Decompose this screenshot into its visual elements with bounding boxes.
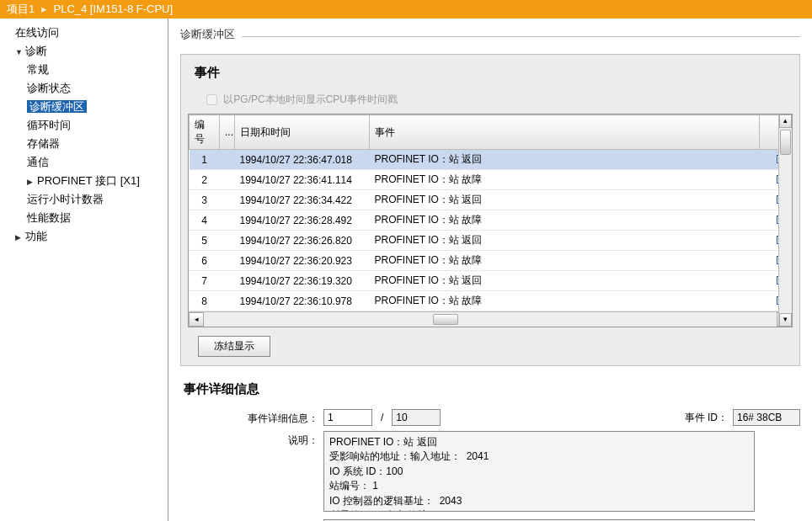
events-panel: 事件 以PG/PC本地时间显示CPU事件时间戳 编号 ... [180,54,800,366]
tree-item-diag-buffer[interactable]: 诊断缓冲区 [0,98,168,116]
table-row[interactable]: 71994/10/27 22:36:19.320PROFINET IO：站 返回 [190,271,792,291]
local-time-checkbox[interactable] [206,94,217,105]
sidebar-tree: 在线访问 诊断 常规 诊断状态 诊断缓冲区 循环时间 存储器 通信 PROFIN… [0,19,168,521]
tree-item-comm[interactable]: 通信 [0,153,168,172]
cell-datetime: 1994/10/27 22:36:26.820 [235,231,370,251]
page-title: 诊断缓冲区 [180,27,235,42]
tree-item-perf[interactable]: 性能数据 [0,209,168,227]
cell-dots [220,170,235,190]
cell-num: 3 [190,190,220,210]
cell-event: PROFINET IO：站 返回 [370,150,760,170]
cell-num: 1 [190,150,220,170]
tree-item-cycle[interactable]: 循环时间 [0,116,168,135]
table-row[interactable]: 41994/10/27 22:36:28.492PROFINET IO：站 故障 [190,210,792,231]
detail-total-input [392,409,441,426]
cell-datetime: 1994/10/27 22:36:20.923 [235,251,370,271]
cell-datetime: 1994/10/27 22:36:41.114 [235,170,370,190]
table-row[interactable]: 81994/10/27 22:36:10.978PROFINET IO：站 故障 [190,291,792,311]
tree-item-runtime[interactable]: 运行小时计数器 [0,190,168,209]
cell-dots [220,251,235,271]
cell-datetime: 1994/10/27 22:36:47.018 [235,150,370,170]
cell-dots [220,291,235,311]
tree-item-profinet[interactable]: PROFINET 接口 [X1] [0,172,168,190]
cell-dots [220,210,235,231]
detail-index-input[interactable] [323,409,372,426]
cell-datetime: 1994/10/27 22:36:19.320 [235,271,370,291]
tree-item-memory[interactable]: 存储器 [0,135,168,153]
tree-online-access[interactable]: 在线访问 [0,24,168,42]
col-header-num[interactable]: 编号 [190,115,220,150]
cell-num: 7 [190,271,220,291]
table-row[interactable]: 61994/10/27 22:36:20.923PROFINET IO：站 故障 [190,251,792,271]
hscroll-thumb[interactable] [433,314,458,325]
cell-event: PROFINET IO：站 返回 [370,231,760,251]
cell-num: 6 [190,251,220,271]
cell-dots [220,150,235,170]
breadcrumb-project[interactable]: 项目1 [7,3,35,15]
cell-event: PROFINET IO：站 返回 [370,271,760,291]
cell-datetime: 1994/10/27 22:36:10.978 [235,291,370,311]
cell-num: 2 [190,170,220,190]
scroll-thumb[interactable] [780,130,791,155]
tree-functions[interactable]: 功能 [0,227,168,246]
detail-of-sep: / [381,412,383,423]
col-header-dots[interactable]: ... [220,115,235,150]
table-header-row: 编号 ... 日期和时间 事件 [190,115,792,150]
cell-event: PROFINET IO：站 返回 [370,190,760,210]
events-hscroll[interactable]: ◂ ▸ [189,311,792,327]
detail-info-label: 事件详细信息： [180,409,323,426]
tree-item-general[interactable]: 常规 [0,61,168,79]
cell-dots [220,190,235,210]
event-id-field [733,409,800,426]
freeze-display-button[interactable]: 冻结显示 [198,336,270,357]
cell-dots [220,231,235,251]
table-row[interactable]: 31994/10/27 22:36:34.422PROFINET IO：站 返回 [190,190,792,210]
title-divider [242,36,800,37]
event-details-header: 事件详细信息 [184,381,800,397]
cell-num: 5 [190,231,220,251]
events-vscroll[interactable]: ▴ ▾ [778,114,792,327]
scroll-down-icon[interactable]: ▾ [779,313,792,327]
col-header-datetime[interactable]: 日期和时间 [235,115,370,150]
breadcrumb-device[interactable]: PLC_4 [IM151-8 F-CPU] [53,3,173,15]
events-header: 事件 [188,61,793,89]
cell-event: PROFINET IO：站 故障 [370,251,760,271]
tree-diagnostics[interactable]: 诊断 [0,42,168,61]
breadcrumb: 项目1 ▸ PLC_4 [IM151-8 F-CPU] [0,0,812,19]
cell-event: PROFINET IO：站 故障 [370,210,760,231]
cell-datetime: 1994/10/27 22:36:34.422 [235,190,370,210]
detail-desc-text[interactable] [323,431,755,512]
cell-datetime: 1994/10/27 22:36:28.492 [235,210,370,231]
local-time-label: 以PG/PC本地时间显示CPU事件时间戳 [223,93,398,105]
table-row[interactable]: 51994/10/27 22:36:26.820PROFINET IO：站 返回 [190,231,792,251]
cell-num: 8 [190,291,220,311]
events-table: 编号 ... 日期和时间 事件 11994/10/27 22:36:47.018… [188,114,793,327]
cell-event: PROFINET IO：站 故障 [370,170,760,190]
scroll-up-icon[interactable]: ▴ [779,114,792,128]
table-row[interactable]: 21994/10/27 22:36:41.114PROFINET IO：站 故障 [190,170,792,190]
breadcrumb-sep-icon: ▸ [41,3,47,15]
table-row[interactable]: 11994/10/27 22:36:47.018PROFINET IO：站 返回 [190,150,792,170]
cell-event: PROFINET IO：站 故障 [370,291,760,311]
tree-item-diag-status[interactable]: 诊断状态 [0,79,168,98]
cell-dots [220,271,235,291]
cell-num: 4 [190,210,220,231]
col-header-event[interactable]: 事件 [370,115,760,150]
detail-desc-label: 说明： [180,431,323,448]
scroll-left-icon[interactable]: ◂ [189,312,204,327]
event-id-label: 事件 ID： [685,411,728,425]
